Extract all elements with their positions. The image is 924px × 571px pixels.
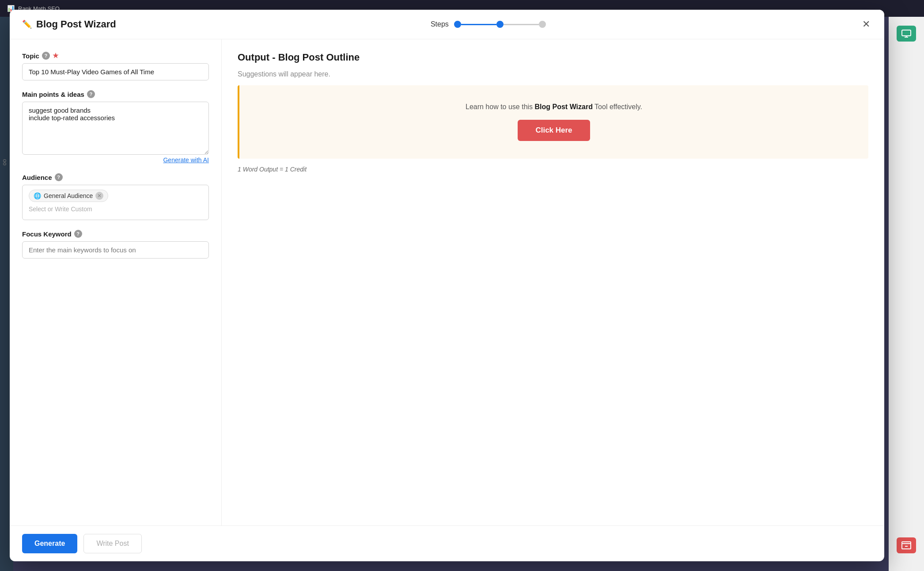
info-box-text: Learn how to use this Blog Post Wizard T… [466,103,642,111]
topic-field-group: Topic ? ★ [22,52,209,80]
output-title: Output - Blog Post Outline [238,52,868,63]
focus-keyword-input[interactable] [22,241,209,259]
focus-keyword-label: Focus Keyword ? [22,230,209,238]
audience-field-group: Audience ? 🌐 General Audience ✕ Select o… [22,173,209,220]
main-points-help-icon[interactable]: ? [87,90,95,98]
modal-body: Topic ? ★ Main points & ideas ? suggest … [10,39,884,525]
right-panel: Output - Blog Post Outline Suggestions w… [222,39,884,525]
generate-ai-link[interactable]: Generate with AI [22,156,209,164]
write-post-button[interactable]: Write Post [83,534,142,553]
output-subtitle: Suggestions will appear here. [238,70,868,78]
main-points-field-group: Main points & ideas ? suggest good brand… [22,90,209,164]
main-points-textarea[interactable]: suggest good brands include top-rated ac… [22,102,209,155]
svg-rect-0 [902,30,911,36]
topic-label: Topic ? ★ [22,52,209,60]
modal-header: ✏️ Blog Post Wizard Steps ✕ [10,10,884,39]
audience-placeholder: Select or Write Custom [29,206,202,213]
click-here-button[interactable]: Click Here [518,120,590,141]
audience-label: Audience ? [22,173,209,181]
audience-tag-general: 🌐 General Audience ✕ [29,190,108,202]
steps-label: Steps [431,20,449,28]
modal: ✏️ Blog Post Wizard Steps ✕ Topic ? [10,10,884,561]
step-line-2 [504,24,539,25]
bg-left-text: oo [2,159,8,165]
credit-note: 1 Word Output = 1 Credit [238,166,868,173]
monitor-sidebar-icon[interactable] [897,26,916,42]
main-points-label: Main points & ideas ? [22,90,209,98]
focus-keyword-field-group: Focus Keyword ? [22,230,209,259]
archive-sidebar-icon[interactable] [897,537,916,553]
focus-keyword-help-icon[interactable]: ? [74,230,82,238]
steps-area: Steps [431,20,546,28]
topic-input[interactable] [22,63,209,80]
bottom-buttons: Generate Write Post [10,525,884,561]
svg-rect-4 [902,542,911,544]
step-line-1 [461,24,496,25]
step-dot-2 [496,21,504,28]
topic-help-icon[interactable]: ? [42,52,50,60]
generate-button[interactable]: Generate [22,534,77,553]
info-box: Learn how to use this Blog Post Wizard T… [238,85,868,159]
step-dot-3 [539,21,546,28]
audience-box[interactable]: 🌐 General Audience ✕ Select or Write Cus… [22,185,209,220]
audience-tag-remove[interactable]: ✕ [95,192,103,200]
close-button[interactable]: ✕ [860,18,872,31]
topic-required-star: ★ [53,52,58,60]
audience-tag-emoji: 🌐 [34,192,41,199]
audience-help-icon[interactable]: ? [55,173,63,181]
audience-tag-text: General Audience [44,192,93,199]
steps-track [454,21,546,28]
right-sidebar [889,17,924,571]
step-dot-1 [454,21,461,28]
modal-title: Blog Post Wizard [36,19,116,30]
left-panel: Topic ? ★ Main points & ideas ? suggest … [10,39,222,525]
pencil-icon: ✏️ [22,19,32,29]
modal-title-area: ✏️ Blog Post Wizard [22,19,116,30]
